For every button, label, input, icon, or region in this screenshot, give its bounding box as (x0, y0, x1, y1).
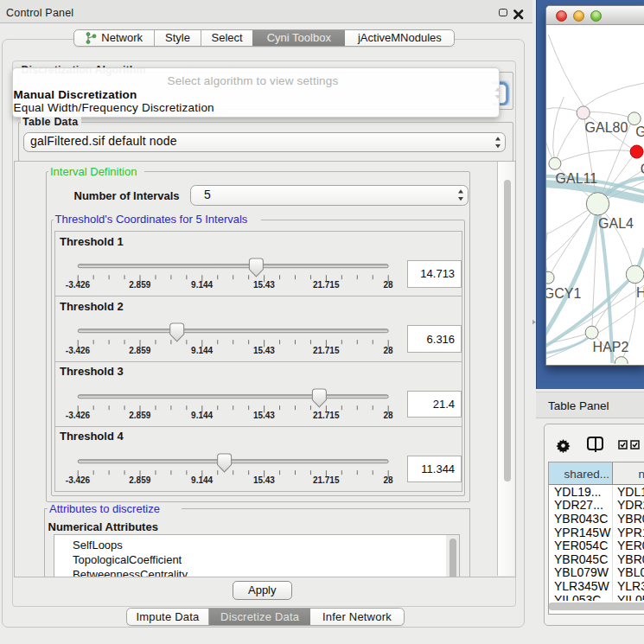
svg-text:GCY1: GCY1 (546, 286, 581, 301)
svg-text:HA: HA (636, 285, 644, 300)
svg-text:GAL4: GAL4 (598, 216, 634, 231)
svg-text:C: C (640, 162, 643, 176)
svg-text:GAL11: GAL11 (555, 171, 597, 186)
svg-text:HAP2: HAP2 (592, 340, 628, 354)
svg-text:GA: GA (635, 125, 644, 140)
svg-text:GAL80: GAL80 (584, 121, 628, 136)
